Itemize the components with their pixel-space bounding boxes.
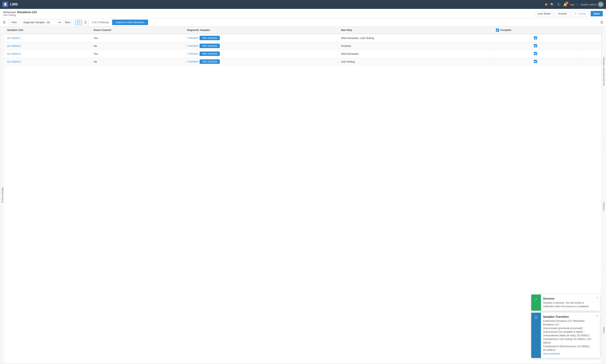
cell-diagnostic-samples: 2 Samples Take Samples [184, 34, 338, 42]
help-icon[interactable]: ⓘ [557, 2, 560, 7]
samples-count-link[interactable]: 0 Samples [187, 60, 199, 63]
toast-success-0: ✓ Success Samples in process. You will r… [531, 295, 600, 311]
app-title: LIMS [10, 3, 18, 6]
toast-title: Success [543, 297, 593, 300]
donation-unit-link[interactable]: DU-000013 [7, 52, 21, 55]
options-menu-icon[interactable]: ☰ [600, 20, 604, 25]
language-selector[interactable]: esp [570, 3, 574, 6]
samples-count-link[interactable]: 0 Samples [187, 44, 199, 47]
col-header-extra [578, 26, 602, 34]
cell-diagnostic-samples: 0 Samples Take Samples [184, 58, 338, 66]
data-table-container: Donation Unit Donor Consent Diagnostic S… [4, 26, 602, 364]
toast-success-icon: ✓ [535, 297, 538, 301]
complete-checkbox[interactable] [534, 44, 537, 47]
cell-donor-consent: Yes [91, 50, 184, 58]
notification-badge: 4 [565, 1, 568, 5]
toast-body: Success Samples in process. You will rec… [541, 295, 595, 311]
toast-info-1: ⓘ Samples Transition Experiment Donation… [531, 313, 600, 358]
worksheet-title: Worksheet: Donations-123 [3, 11, 37, 14]
complete-all-checkbox[interactable] [496, 28, 499, 32]
cache-button[interactable]: ↻ Cache [571, 11, 589, 16]
archive-button[interactable]: Archive [555, 11, 570, 16]
protocol-select[interactable]: Diagnostic Samples - (0) [21, 20, 61, 25]
toast-close-button[interactable]: × [595, 295, 600, 311]
donation-unit-link[interactable]: DU-000011 [7, 37, 21, 39]
cell-complete [493, 58, 578, 66]
take-samples-button[interactable]: Take Samples [200, 44, 219, 48]
complete-checkbox[interactable] [534, 60, 537, 63]
take-samples-button[interactable]: Take Samples [200, 36, 219, 40]
toast-title: Samples Transition [543, 315, 593, 318]
take-samples-button[interactable]: Take Samples [200, 52, 219, 56]
toast-close-button[interactable]: × [595, 313, 600, 358]
cell-extra [578, 42, 602, 50]
cell-donation-unit: DU-000012 [4, 42, 91, 50]
changes-comments-label[interactable]: Changes, comments and info [603, 57, 605, 86]
cell-diagnostic-samples: 0 Samples Take Samples [184, 42, 338, 50]
cell-complete [493, 50, 578, 58]
cell-next-step: DNA Extraction, Unit Testing [338, 34, 493, 42]
toast-message: Samples in process. You will receive a n… [543, 301, 593, 308]
cell-next-step: Finished [338, 42, 493, 50]
menu-icon[interactable]: ☰ [2, 20, 6, 25]
columns-label[interactable]: Columns [603, 202, 605, 211]
complete-checkbox[interactable] [534, 36, 537, 39]
cell-donation-unit: DU-000014 [4, 58, 91, 66]
main-content: Protocol Details Donation Unit Donor Con… [0, 26, 606, 364]
cell-donor-consent: No [91, 58, 184, 66]
toolbar: ☰ ‹ Prev Diagnostic Samples - (0) Next ›… [0, 18, 606, 26]
submit-workflow-button[interactable]: Submit to Next Workflow [112, 20, 148, 25]
cell-extra [578, 50, 602, 58]
cell-next-step: Unit Testing [338, 58, 493, 66]
cell-next-step: DNA Extraction [338, 50, 493, 58]
cell-donation-unit: DU-000011 [4, 34, 91, 42]
toast-info-icon: ⓘ [534, 315, 538, 320]
table-row: DU-000014 No 0 Samples Take Samples Unit… [4, 58, 602, 66]
table-header-row: Donation Unit Donor Consent Diagnostic S… [4, 26, 602, 34]
username-label: system admin [580, 3, 597, 6]
col-header-next-step: Next Step [338, 26, 493, 34]
notifications-icon[interactable]: 🔔 4 [563, 3, 567, 6]
col-header-donor-consent: Donor Consent [91, 26, 184, 34]
right-sidebar: Changes, comments and info Columns Filte… [602, 26, 606, 364]
cell-complete [493, 42, 578, 50]
grid-view-icon[interactable]: ☷ [75, 20, 82, 25]
worksheet-subtitle: Unit Testing [3, 14, 37, 17]
col-header-complete: Complete [493, 26, 578, 34]
donation-unit-link[interactable]: DU-000012 [7, 44, 21, 48]
filters-label[interactable]: Filters [603, 327, 605, 333]
col-header-donation-unit: Donation Unit [4, 26, 91, 34]
user-menu[interactable]: system admin SA [580, 2, 604, 7]
sidebar-divider-2 [603, 269, 606, 269]
save-button[interactable]: Save [591, 11, 603, 16]
toast-icon-bar: ⓘ [531, 313, 541, 358]
app-logo[interactable] [2, 2, 8, 7]
worksheet-actions: Lock Sheet Archive ↻ Cache Save [534, 11, 603, 16]
cell-complete [493, 34, 578, 42]
protocol-details-sidebar[interactable]: Protocol Details [0, 26, 4, 364]
complete-checkbox[interactable] [534, 52, 537, 55]
toast-message: Experiment Donations-123, Worksheet Dona… [543, 319, 593, 355]
avatar: SA [598, 2, 604, 7]
prev-button[interactable]: ‹ Prev [8, 20, 19, 25]
toast-link[interactable]: View worksheet [543, 352, 560, 355]
worksheet-name: Donations-123 [17, 11, 37, 14]
donation-unit-link[interactable]: DU-000014 [7, 60, 21, 63]
cell-diagnostic-samples: 2 Samples Take Samples [184, 50, 338, 58]
prev-arrow-icon: ‹ [10, 21, 11, 24]
next-button[interactable]: Next › [63, 20, 74, 25]
toast-container: ✓ Success Samples in process. You will r… [531, 295, 600, 358]
samples-count-link[interactable]: 2 Samples [187, 52, 199, 55]
data-table: Donation Unit Donor Consent Diagnostic S… [4, 26, 602, 66]
samples-count-link[interactable]: 2 Samples [187, 37, 199, 39]
list-view-icon[interactable]: ☰ [82, 20, 89, 25]
table-row: DU-000011 Yes 2 Samples Take Samples DNA… [4, 34, 602, 42]
search-icon[interactable]: 🔍 [550, 3, 554, 6]
next-arrow-icon: › [71, 21, 72, 24]
lock-sheet-button[interactable]: Lock Sheet [534, 11, 554, 16]
take-samples-button[interactable]: Take Samples [200, 59, 219, 64]
cache-icon: ↻ [575, 12, 577, 15]
cell-extra [578, 58, 602, 66]
cell-extra [578, 34, 602, 42]
protocol-count: 2 of 2 Protocols [90, 21, 110, 24]
